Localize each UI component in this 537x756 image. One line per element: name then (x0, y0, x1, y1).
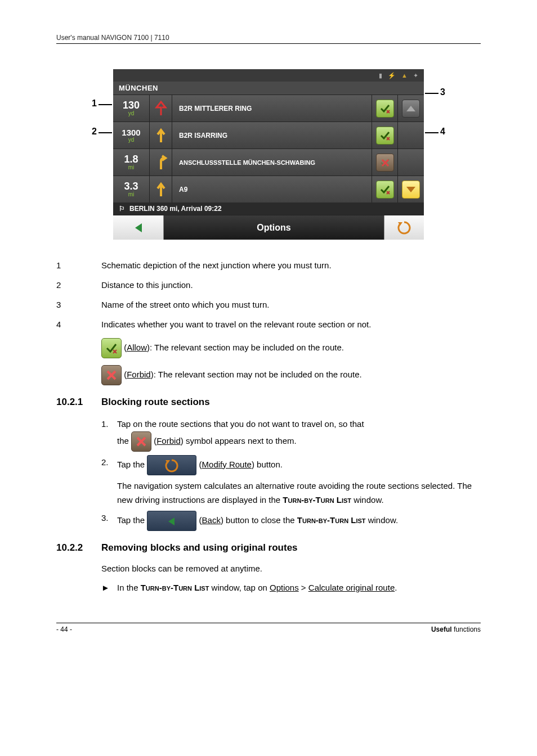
back-button-inline (147, 511, 196, 531)
nav-street-name: B2R ISARRING (172, 122, 372, 148)
callout-3: 3 (440, 87, 445, 97)
page-number: - 44 - (56, 626, 72, 633)
definition-4: 4 Indicates whether you want to travel o… (56, 318, 481, 330)
nav-trip-status: ⚐ BERLIN 360 mi, Arrival 09:22 (113, 202, 424, 215)
definition-2: 2 Distance to this junction. (56, 279, 481, 291)
nav-row: 1300 yd B2R ISARRING (113, 122, 424, 148)
route-icon: ⚐ (119, 205, 125, 213)
section-10-2-1-heading: 10.2.1 Blocking route sections (56, 397, 481, 408)
turn-icon (150, 176, 172, 202)
battery-icon: ▮ (379, 72, 382, 79)
nav-row: 3.3 mi A9 (113, 176, 424, 202)
turn-icon (150, 149, 172, 176)
turn-icon (150, 122, 172, 148)
footer-section-label: Useful functions (431, 626, 481, 633)
back-button[interactable] (113, 215, 164, 240)
definition-3: 3 Name of the street onto which you must… (56, 299, 481, 310)
allow-toggle[interactable] (372, 176, 398, 202)
allow-toggle[interactable] (372, 95, 398, 122)
nav-bottom-bar: Options (113, 215, 424, 240)
warning-icon: ▲ (401, 72, 408, 79)
nav-distance: 1.8 mi (113, 149, 150, 176)
forbid-description: (Forbid): The relevant section may not b… (101, 365, 481, 385)
allow-description: (Allow): The relevant section may be inc… (101, 338, 481, 358)
turn-icon (150, 95, 172, 122)
refresh-button[interactable] (384, 215, 424, 240)
scroll-up-button[interactable] (398, 95, 424, 122)
signal-icon: ⚡ (388, 72, 396, 79)
nav-row: 130 yd B2R MITTLERER RING (113, 94, 424, 122)
nav-status-bar: ▮ ⚡ ▲ ✦ (113, 69, 424, 82)
nav-distance: 1300 yd (113, 122, 150, 148)
nav-screenshot-figure: 1 2 3 4 ▮ ⚡ ▲ ✦ MÜNCHEN 130 yd B2R MITTL… (94, 69, 443, 240)
step-1: 1. Tap on the route sections that you do… (101, 417, 481, 452)
step-3: 3. Tap the (Back) button to close the Tu… (101, 511, 481, 531)
page-footer: - 44 - Useful functions (56, 623, 481, 633)
allow-toggle[interactable] (372, 122, 398, 148)
nav-city-title: MÜNCHEN (113, 82, 424, 94)
navigator-screen: ▮ ⚡ ▲ ✦ MÜNCHEN 130 yd B2R MITTLERER RIN… (113, 69, 424, 240)
nav-distance: 3.3 mi (113, 176, 150, 202)
nav-row: 1.8 mi ANSCHLUSSSTELLE MÜNCHEN-SCHWABING (113, 148, 424, 176)
nav-street-name: A9 (172, 176, 372, 202)
nav-distance: 130 yd (113, 95, 150, 122)
nav-street-name: B2R MITTLERER RING (172, 95, 372, 122)
forbid-toggle[interactable] (372, 149, 398, 176)
forbid-icon (101, 365, 122, 385)
removing-blocks-intro: Section blocks can be removed at anytime… (101, 562, 481, 575)
callout-1: 1 (92, 98, 97, 109)
step-2: 2. Tap the (Modify Route) button. The na… (101, 455, 481, 507)
callout-2: 2 (92, 127, 97, 137)
modify-route-button-inline (147, 455, 196, 475)
allow-icon (101, 338, 122, 358)
section-10-2-2-heading: 10.2.2 Removing blocks and using origina… (56, 542, 481, 554)
scroll-down-button[interactable] (398, 176, 424, 202)
definition-1: 1 Schematic depiction of the next juncti… (56, 259, 481, 271)
page-header: User's manual NAVIGON 7100 | 7110 (56, 34, 481, 44)
gps-icon: ✦ (413, 72, 418, 79)
nav-street-name: ANSCHLUSSSTELLE MÜNCHEN-SCHWABING (172, 149, 372, 176)
forbid-icon (131, 431, 151, 452)
removing-blocks-step: ► In the Turn-by-Turn List window, tap o… (101, 582, 481, 595)
callout-4: 4 (440, 127, 445, 137)
options-button[interactable]: Options (164, 215, 384, 240)
